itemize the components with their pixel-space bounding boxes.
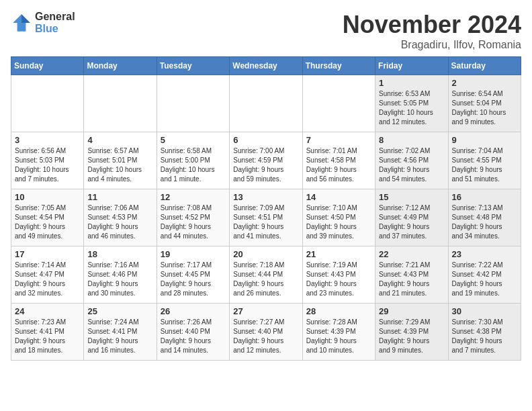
- calendar-cell: 4Sunrise: 6:57 AM Sunset: 5:01 PM Daylig…: [84, 132, 157, 189]
- logo: General Blue: [11, 11, 75, 34]
- day-info: Sunrise: 7:10 AM Sunset: 4:50 PM Dayligh…: [306, 203, 371, 241]
- day-info: Sunrise: 6:56 AM Sunset: 5:03 PM Dayligh…: [15, 146, 80, 184]
- day-number: 14: [306, 192, 371, 202]
- day-info: Sunrise: 6:53 AM Sunset: 5:05 PM Dayligh…: [379, 89, 444, 127]
- day-number: 25: [87, 306, 152, 316]
- weekday-header-thursday: Thursday: [302, 57, 375, 75]
- calendar-cell: 24Sunrise: 7:23 AM Sunset: 4:41 PM Dayli…: [11, 304, 84, 361]
- calendar-cell: [84, 75, 157, 132]
- calendar-cell: [302, 75, 375, 132]
- day-number: 2: [452, 78, 517, 88]
- month-title: November 2024: [343, 11, 521, 39]
- weekday-header-friday: Friday: [375, 57, 448, 75]
- day-info: Sunrise: 7:21 AM Sunset: 4:43 PM Dayligh…: [379, 261, 444, 298]
- day-info: Sunrise: 6:57 AM Sunset: 5:01 PM Dayligh…: [87, 146, 152, 184]
- day-number: 13: [233, 192, 298, 202]
- calendar-cell: 16Sunrise: 7:13 AM Sunset: 4:48 PM Dayli…: [448, 189, 521, 246]
- day-number: 19: [161, 249, 226, 259]
- day-number: 21: [306, 249, 371, 259]
- day-number: 11: [87, 192, 152, 202]
- page-header: General Blue November 2024 Bragadiru, Il…: [11, 11, 521, 51]
- day-info: Sunrise: 7:18 AM Sunset: 4:44 PM Dayligh…: [233, 261, 298, 298]
- day-info: Sunrise: 7:01 AM Sunset: 4:58 PM Dayligh…: [306, 146, 371, 184]
- calendar-cell: 6Sunrise: 7:00 AM Sunset: 4:59 PM Daylig…: [230, 132, 302, 189]
- calendar-cell: 3Sunrise: 6:56 AM Sunset: 5:03 PM Daylig…: [11, 132, 84, 189]
- calendar-cell: 14Sunrise: 7:10 AM Sunset: 4:50 PM Dayli…: [302, 189, 375, 246]
- day-info: Sunrise: 7:02 AM Sunset: 4:56 PM Dayligh…: [379, 146, 444, 184]
- calendar-cell: 7Sunrise: 7:01 AM Sunset: 4:58 PM Daylig…: [302, 132, 375, 189]
- day-info: Sunrise: 7:30 AM Sunset: 4:38 PM Dayligh…: [452, 318, 517, 355]
- day-number: 29: [379, 306, 444, 316]
- calendar-cell: 5Sunrise: 6:58 AM Sunset: 5:00 PM Daylig…: [157, 132, 229, 189]
- day-info: Sunrise: 7:28 AM Sunset: 4:39 PM Dayligh…: [306, 318, 371, 355]
- day-number: 5: [161, 135, 226, 145]
- calendar-cell: 12Sunrise: 7:08 AM Sunset: 4:52 PM Dayli…: [157, 189, 229, 246]
- day-info: Sunrise: 7:06 AM Sunset: 4:53 PM Dayligh…: [87, 203, 152, 241]
- logo-icon: [11, 12, 32, 34]
- calendar-cell: 21Sunrise: 7:19 AM Sunset: 4:43 PM Dayli…: [302, 246, 375, 304]
- day-number: 20: [233, 249, 298, 259]
- day-info: Sunrise: 7:23 AM Sunset: 4:41 PM Dayligh…: [15, 318, 80, 355]
- day-info: Sunrise: 7:29 AM Sunset: 4:39 PM Dayligh…: [379, 318, 444, 355]
- day-number: 17: [15, 249, 80, 259]
- day-info: Sunrise: 7:05 AM Sunset: 4:54 PM Dayligh…: [15, 203, 80, 241]
- day-info: Sunrise: 7:26 AM Sunset: 4:40 PM Dayligh…: [161, 318, 226, 355]
- logo-text: General Blue: [35, 11, 75, 34]
- day-info: Sunrise: 7:22 AM Sunset: 4:42 PM Dayligh…: [452, 261, 517, 298]
- calendar-week-row: 3Sunrise: 6:56 AM Sunset: 5:03 PM Daylig…: [11, 132, 521, 189]
- calendar-cell: 30Sunrise: 7:30 AM Sunset: 4:38 PM Dayli…: [448, 304, 521, 361]
- calendar-cell: 8Sunrise: 7:02 AM Sunset: 4:56 PM Daylig…: [375, 132, 448, 189]
- location-title: Bragadiru, Ilfov, Romania: [343, 39, 521, 51]
- calendar-week-row: 24Sunrise: 7:23 AM Sunset: 4:41 PM Dayli…: [11, 304, 521, 361]
- day-number: 24: [15, 306, 80, 316]
- day-info: Sunrise: 7:12 AM Sunset: 4:49 PM Dayligh…: [379, 203, 444, 241]
- calendar-cell: [230, 75, 302, 132]
- day-info: Sunrise: 7:09 AM Sunset: 4:51 PM Dayligh…: [233, 203, 298, 241]
- day-info: Sunrise: 7:19 AM Sunset: 4:43 PM Dayligh…: [306, 261, 371, 298]
- weekday-header-row: SundayMondayTuesdayWednesdayThursdayFrid…: [11, 57, 521, 75]
- calendar-cell: [157, 75, 229, 132]
- day-info: Sunrise: 7:14 AM Sunset: 4:47 PM Dayligh…: [15, 261, 80, 298]
- day-number: 15: [379, 192, 444, 202]
- day-number: 9: [452, 135, 517, 145]
- day-info: Sunrise: 6:54 AM Sunset: 5:04 PM Dayligh…: [452, 89, 517, 127]
- calendar-week-row: 17Sunrise: 7:14 AM Sunset: 4:47 PM Dayli…: [11, 246, 521, 304]
- calendar-cell: 1Sunrise: 6:53 AM Sunset: 5:05 PM Daylig…: [375, 75, 448, 132]
- calendar-cell: 25Sunrise: 7:24 AM Sunset: 4:41 PM Dayli…: [84, 304, 157, 361]
- day-number: 27: [233, 306, 298, 316]
- calendar-cell: 17Sunrise: 7:14 AM Sunset: 4:47 PM Dayli…: [11, 246, 84, 304]
- calendar-cell: 13Sunrise: 7:09 AM Sunset: 4:51 PM Dayli…: [230, 189, 302, 246]
- weekday-header-tuesday: Tuesday: [157, 57, 229, 75]
- day-number: 28: [306, 306, 371, 316]
- calendar-cell: 19Sunrise: 7:17 AM Sunset: 4:45 PM Dayli…: [157, 246, 229, 304]
- day-info: Sunrise: 6:58 AM Sunset: 5:00 PM Dayligh…: [161, 146, 226, 184]
- day-number: 12: [161, 192, 226, 202]
- day-info: Sunrise: 7:27 AM Sunset: 4:40 PM Dayligh…: [233, 318, 298, 355]
- day-info: Sunrise: 7:08 AM Sunset: 4:52 PM Dayligh…: [161, 203, 226, 241]
- day-info: Sunrise: 7:13 AM Sunset: 4:48 PM Dayligh…: [452, 203, 517, 241]
- logo-blue-text: Blue: [35, 23, 75, 35]
- weekday-header-wednesday: Wednesday: [230, 57, 302, 75]
- calendar-cell: 27Sunrise: 7:27 AM Sunset: 4:40 PM Dayli…: [230, 304, 302, 361]
- day-number: 3: [15, 135, 80, 145]
- day-number: 23: [452, 249, 517, 259]
- day-number: 4: [87, 135, 152, 145]
- day-number: 18: [87, 249, 152, 259]
- weekday-header-sunday: Sunday: [11, 57, 84, 75]
- day-info: Sunrise: 7:24 AM Sunset: 4:41 PM Dayligh…: [87, 318, 152, 355]
- calendar-cell: 11Sunrise: 7:06 AM Sunset: 4:53 PM Dayli…: [84, 189, 157, 246]
- calendar-cell: 29Sunrise: 7:29 AM Sunset: 4:39 PM Dayli…: [375, 304, 448, 361]
- calendar-cell: 10Sunrise: 7:05 AM Sunset: 4:54 PM Dayli…: [11, 189, 84, 246]
- logo-general-text: General: [35, 11, 75, 23]
- calendar-cell: [11, 75, 84, 132]
- calendar-cell: 9Sunrise: 7:04 AM Sunset: 4:55 PM Daylig…: [448, 132, 521, 189]
- calendar-cell: 15Sunrise: 7:12 AM Sunset: 4:49 PM Dayli…: [375, 189, 448, 246]
- weekday-header-monday: Monday: [84, 57, 157, 75]
- day-number: 16: [452, 192, 517, 202]
- title-block: November 2024 Bragadiru, Ilfov, Romania: [343, 11, 521, 51]
- calendar-cell: 28Sunrise: 7:28 AM Sunset: 4:39 PM Dayli…: [302, 304, 375, 361]
- calendar-cell: 26Sunrise: 7:26 AM Sunset: 4:40 PM Dayli…: [157, 304, 229, 361]
- day-number: 26: [161, 306, 226, 316]
- day-number: 7: [306, 135, 371, 145]
- day-info: Sunrise: 7:04 AM Sunset: 4:55 PM Dayligh…: [452, 146, 517, 184]
